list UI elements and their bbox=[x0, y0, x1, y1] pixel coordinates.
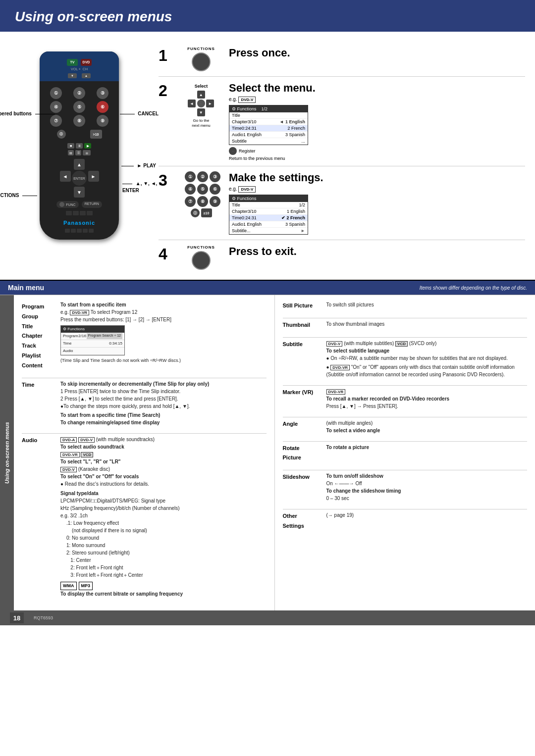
divider-2 bbox=[22, 433, 267, 434]
mp3-tag: MP3 bbox=[79, 582, 93, 591]
divider-r5 bbox=[283, 441, 528, 442]
btn-9[interactable]: ⑨ bbox=[97, 115, 108, 127]
dvd-subtitle-row: Subtitle... bbox=[229, 138, 308, 145]
dvd-menu-header: ⚙ Functions 1/2 bbox=[229, 105, 308, 112]
btn-8[interactable]: ⑧ bbox=[73, 115, 85, 127]
step-2-goto-label: Go to the next menu bbox=[192, 118, 210, 129]
btn-3[interactable]: ③ bbox=[97, 87, 108, 99]
step3-btn-4: ④ bbox=[185, 184, 196, 195]
extra-btn2[interactable] bbox=[71, 229, 76, 233]
main-menu-note: Items shown differ depending on the type… bbox=[420, 285, 527, 291]
volume-label: VOL + bbox=[71, 67, 81, 71]
top-section: TV DVD VOL + CH ▼ ▲ bbox=[0, 32, 535, 281]
menu-btn[interactable]: ☰ bbox=[75, 150, 81, 155]
step-2-select-label: Select bbox=[195, 84, 208, 89]
btn-0[interactable]: ⓪ bbox=[57, 130, 66, 139]
mini-func-program-row: Program 2/16 Program Search ÷ 12 bbox=[61, 333, 124, 340]
dvd-title-row: Title bbox=[229, 112, 308, 119]
step-2-eg: e.g. DVD-V bbox=[229, 97, 525, 105]
step3-subtitle-row: Subtitle... ► bbox=[229, 228, 308, 234]
misc-btn4[interactable] bbox=[87, 211, 93, 215]
step-3-icon-area: ① ② ③ ④ ⑤ ⑥ ⑦ ⑧ ⑨ ⓪ ≥10 bbox=[181, 171, 221, 217]
step-1: 1 FUNCTIONS Press once. bbox=[159, 42, 525, 77]
playlist-btn[interactable]: ▤ bbox=[83, 150, 91, 155]
btn-5[interactable]: ⑤ bbox=[73, 101, 85, 113]
channel-label: CH bbox=[83, 67, 88, 71]
btn-7[interactable]: ⑦ bbox=[50, 115, 62, 127]
top-menu-btn[interactable]: ▤ bbox=[68, 150, 74, 155]
step3-btn-5: ⑤ bbox=[197, 184, 208, 195]
up-btn[interactable]: ▲ bbox=[74, 159, 85, 170]
return-btn[interactable]: RETURN bbox=[82, 201, 102, 208]
divider-r1 bbox=[283, 318, 528, 318]
menu-col-left: Program Group Title Chapter Track Playli… bbox=[14, 295, 275, 610]
panasonic-brand: Panasonic bbox=[40, 220, 119, 226]
step-2-register: · Register bbox=[229, 147, 525, 155]
step3-title-row: Title1/2 bbox=[229, 202, 308, 208]
timeslip-note: (Time Slip and Time Search do not work w… bbox=[60, 357, 181, 364]
pause-btn[interactable]: ⏸ bbox=[76, 143, 83, 149]
audio-desc: DVD-A DVD-V (with multiple soundtracks) … bbox=[60, 436, 183, 598]
enter-btn[interactable]: ENTER bbox=[72, 171, 87, 186]
divider-r4 bbox=[283, 417, 528, 417]
dvd-button[interactable]: DVD bbox=[81, 59, 92, 66]
step-4-circle-icon bbox=[192, 251, 211, 270]
left-btn[interactable]: ◄ bbox=[60, 171, 71, 182]
other-settings-label: OtherSettings bbox=[283, 511, 322, 531]
extra-btn1[interactable] bbox=[65, 229, 70, 233]
step3-opt2-french: ✔ 2 French bbox=[281, 215, 305, 220]
bottom-bar: 18 RQT6593 bbox=[0, 610, 535, 625]
rotate-picture-desc: To rotate a picture bbox=[326, 444, 370, 463]
play-label: ► PLAY bbox=[121, 163, 156, 168]
side-label: Using on-screen menus bbox=[0, 295, 14, 610]
btn-10plus[interactable]: >10 bbox=[90, 130, 102, 139]
left-labels-group: Program Group Title Chapter Track Playli… bbox=[22, 301, 56, 371]
ch-up[interactable]: ▲ bbox=[82, 73, 91, 78]
btn-2[interactable]: ② bbox=[73, 87, 85, 99]
btn-6[interactable]: ⑥ bbox=[97, 101, 108, 113]
step-1-functions-label: FUNCTIONS bbox=[187, 47, 215, 51]
dvd-v-tag: DVD-V bbox=[78, 437, 95, 443]
step-2-enter-btn: · bbox=[197, 100, 205, 107]
step-2-diagram: Select ▲ ◄ · ► ▼ bbox=[188, 84, 214, 129]
step3-btn-2: ② bbox=[197, 171, 208, 182]
dvd-opt-2-french: 2 French bbox=[287, 126, 305, 131]
step3-dvd-menu-header: ⚙ Functions bbox=[229, 195, 308, 202]
vol-minus[interactable]: ▼ bbox=[68, 73, 77, 78]
step-4: 4 FUNCTIONS Press to exit. bbox=[159, 240, 525, 275]
step-2-down-arrow: ▼ bbox=[197, 108, 205, 116]
slideshow-desc: To turn on/off slideshow On ←——→ Off To … bbox=[326, 472, 401, 502]
tv-button[interactable]: TV bbox=[67, 59, 78, 66]
program-group: Program Group Title Chapter Track Playli… bbox=[22, 301, 267, 371]
step3-btn-7: ⑦ bbox=[185, 196, 196, 207]
play-btn[interactable]: ▶ bbox=[84, 143, 91, 149]
misc-btn3[interactable] bbox=[80, 211, 86, 215]
step-3-dvd-label: DVD-V bbox=[238, 186, 256, 193]
angle-group: Angle (with multiple angles) To select a… bbox=[283, 419, 528, 434]
audio-label: Audio bbox=[22, 436, 56, 446]
step-2: 2 Select ▲ ◄ · ► bbox=[159, 77, 525, 166]
main-menu-section: Main menu Items shown differ depending o… bbox=[0, 281, 535, 625]
step3-chapter-row: Chapter3/10 1 English bbox=[229, 208, 308, 215]
step-1-icon-area: FUNCTIONS bbox=[181, 47, 221, 71]
extra-btn4[interactable] bbox=[83, 229, 88, 233]
other-settings-group: OtherSettings (→ page 19) bbox=[283, 511, 528, 531]
step-2-enter-dot: · bbox=[229, 147, 237, 155]
step-2-title: Select the menu. bbox=[229, 82, 525, 95]
step3-btn-9: ⑨ bbox=[210, 196, 220, 207]
misc-btn1[interactable] bbox=[66, 211, 72, 215]
step-1-title: Press once. bbox=[229, 47, 525, 59]
group-label: Group bbox=[22, 312, 56, 322]
misc-btn2[interactable] bbox=[73, 211, 79, 215]
content-label: Content bbox=[22, 361, 56, 371]
down-btn[interactable]: ▼ bbox=[74, 187, 85, 198]
btn-1[interactable]: ① bbox=[50, 87, 62, 99]
functions-btn[interactable]: FUNC bbox=[56, 201, 78, 208]
step-2-right-arrow: ► bbox=[206, 100, 214, 107]
stop-btn[interactable]: ■ bbox=[67, 143, 74, 149]
step3-btn-8: ⑧ bbox=[197, 196, 208, 207]
chapter-label: Chapter bbox=[22, 331, 56, 341]
right-btn[interactable]: ► bbox=[88, 171, 99, 182]
extra-btn5[interactable] bbox=[89, 229, 94, 233]
extra-btn3[interactable] bbox=[77, 229, 82, 233]
